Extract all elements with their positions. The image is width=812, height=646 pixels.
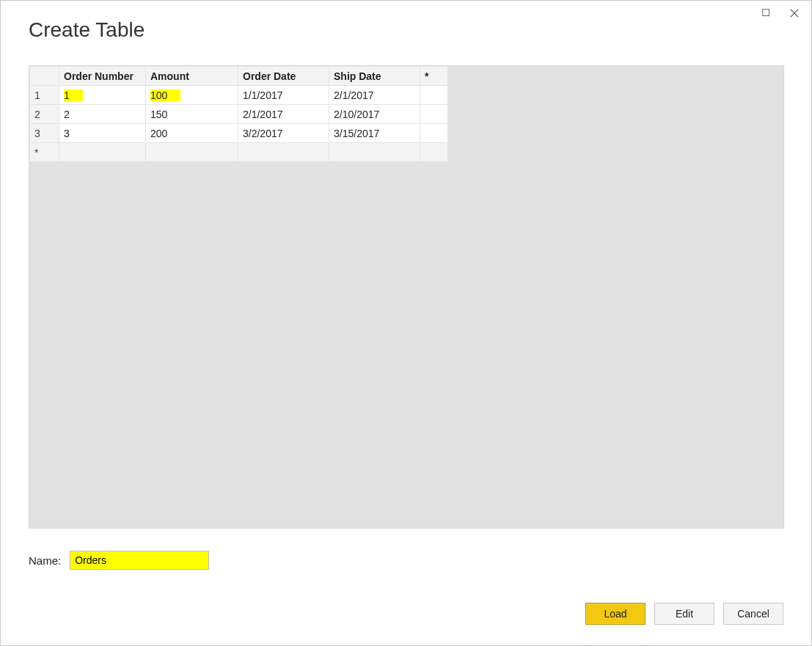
edit-button[interactable]: Edit bbox=[654, 603, 714, 625]
row-add[interactable]: * bbox=[30, 143, 59, 162]
data-grid-area: Order Number Amount Order Date Ship Date… bbox=[29, 65, 784, 529]
cell-ship-date[interactable]: 2/1/2017 bbox=[329, 86, 420, 105]
dialog-buttons: Load Edit Cancel bbox=[585, 603, 783, 625]
cell-order-number[interactable]: 3 bbox=[59, 124, 146, 143]
cell-blank[interactable] bbox=[238, 143, 329, 162]
svg-rect-0 bbox=[763, 10, 769, 16]
row-number[interactable]: 2 bbox=[30, 105, 59, 124]
table-row[interactable]: 1 1 100 1/1/2017 2/1/2017 bbox=[30, 86, 448, 105]
cell-ship-date[interactable]: 3/15/2017 bbox=[329, 124, 420, 143]
header-row: Order Number Amount Order Date Ship Date… bbox=[30, 67, 448, 86]
cell-amount[interactable]: 100 bbox=[146, 86, 238, 105]
cell-blank[interactable] bbox=[420, 143, 448, 162]
col-header-add[interactable]: * bbox=[420, 67, 448, 86]
cell-blank[interactable] bbox=[59, 143, 146, 162]
cell-blank[interactable] bbox=[146, 143, 238, 162]
cell-blank[interactable] bbox=[329, 143, 420, 162]
table-name-input[interactable] bbox=[70, 551, 209, 570]
col-header-order-date[interactable]: Order Date bbox=[238, 67, 329, 86]
data-grid[interactable]: Order Number Amount Order Date Ship Date… bbox=[29, 66, 448, 162]
cell-order-date[interactable]: 1/1/2017 bbox=[238, 86, 329, 105]
new-row[interactable]: * bbox=[30, 143, 448, 162]
cell-order-date[interactable]: 3/2/2017 bbox=[238, 124, 329, 143]
cell-order-date[interactable]: 2/1/2017 bbox=[238, 105, 329, 124]
cell-ship-date[interactable]: 2/10/2017 bbox=[329, 105, 420, 124]
table-row[interactable]: 2 2 150 2/1/2017 2/10/2017 bbox=[30, 105, 448, 124]
corner-header bbox=[30, 67, 59, 86]
col-header-order-number[interactable]: Order Number bbox=[59, 67, 146, 86]
row-number[interactable]: 1 bbox=[30, 86, 59, 105]
row-number[interactable]: 3 bbox=[30, 124, 59, 143]
close-icon[interactable] bbox=[789, 8, 801, 20]
cell-blank[interactable] bbox=[420, 86, 448, 105]
name-row: Name: bbox=[29, 551, 209, 570]
maximize-icon[interactable] bbox=[761, 8, 773, 20]
cell-order-number[interactable]: 2 bbox=[59, 105, 146, 124]
cancel-button[interactable]: Cancel bbox=[723, 603, 783, 625]
dialog-title: Create Table bbox=[29, 18, 145, 42]
table-row[interactable]: 3 3 200 3/2/2017 3/15/2017 bbox=[30, 124, 448, 143]
col-header-ship-date[interactable]: Ship Date bbox=[329, 67, 420, 86]
cell-order-number[interactable]: 1 bbox=[59, 86, 146, 105]
load-button[interactable]: Load bbox=[585, 603, 645, 625]
cell-amount[interactable]: 200 bbox=[146, 124, 238, 143]
cell-amount[interactable]: 150 bbox=[146, 105, 238, 124]
cell-blank[interactable] bbox=[420, 105, 448, 124]
col-header-amount[interactable]: Amount bbox=[146, 67, 238, 86]
titlebar-controls bbox=[761, 8, 801, 20]
create-table-dialog: Create Table Order Number Amount Order D… bbox=[0, 0, 812, 646]
name-label: Name: bbox=[29, 554, 61, 567]
cell-blank[interactable] bbox=[420, 124, 448, 143]
